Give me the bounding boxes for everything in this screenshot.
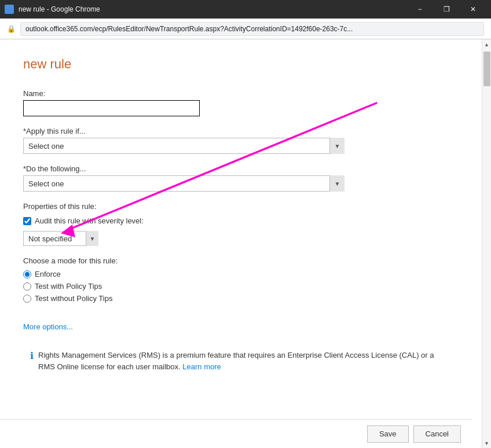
test-with-radio-row: Test with Policy Tips — [23, 282, 459, 291]
browser-content: new rule Name: *Apply this rule if... Se… — [0, 39, 491, 448]
title-bar: new rule - Google Chrome − ❒ ✕ — [0, 0, 491, 19]
name-label: Name: — [23, 89, 459, 98]
severity-select-wrapper: Not specified Low Medium High ▼ — [23, 231, 98, 246]
severity-select[interactable]: Not specified Low Medium High — [23, 231, 98, 246]
mode-group: Choose a mode for this rule: Enforce Tes… — [23, 256, 459, 303]
apply-rule-group: *Apply this rule if... Select one ▼ — [23, 127, 459, 154]
enforce-radio[interactable] — [23, 270, 31, 278]
do-following-select[interactable]: Select one — [23, 175, 345, 192]
do-following-select-wrapper: Select one ▼ — [23, 175, 345, 192]
chrome-icon — [5, 5, 14, 14]
enforce-radio-row: Enforce — [23, 270, 459, 278]
info-text-content: Rights Management Services (RMS) is a pr… — [38, 351, 434, 371]
apply-rule-select-wrapper: Select one ▼ — [23, 138, 345, 154]
page-content: new rule Name: *Apply this rule if... Se… — [0, 39, 482, 448]
scrollbar-down-arrow[interactable]: ▼ — [482, 438, 492, 448]
test-without-label: Test without Policy Tips — [35, 294, 112, 303]
more-options-link[interactable]: More options... — [23, 322, 73, 331]
page-title: new rule — [23, 57, 459, 72]
close-button[interactable]: ✕ — [460, 0, 486, 19]
window-title: new rule - Google Chrome — [19, 5, 406, 13]
info-box: ℹ Rights Management Services (RMS) is a … — [23, 343, 459, 379]
window-controls: − ❒ ✕ — [406, 0, 486, 19]
address-bar: 🔒 outlook.office365.com/ecp/RulesEditor/… — [0, 19, 491, 39]
do-following-group: *Do the following... Select one ▼ — [23, 164, 459, 192]
test-without-radio-row: Test without Policy Tips — [23, 294, 459, 303]
lock-icon: 🔒 — [7, 25, 16, 33]
audit-checkbox[interactable] — [23, 217, 31, 225]
minimize-button[interactable]: − — [406, 0, 433, 19]
cancel-button[interactable]: Cancel — [413, 425, 461, 443]
audit-checkbox-row: Audit this rule with severity level: — [23, 216, 459, 225]
apply-rule-label: *Apply this rule if... — [23, 127, 459, 135]
properties-group: Properties of this rule: Audit this rule… — [23, 202, 459, 246]
footer-bar: Save Cancel — [0, 419, 472, 448]
name-input[interactable] — [23, 100, 200, 116]
name-field-group: Name: — [23, 89, 459, 116]
properties-label: Properties of this rule: — [23, 202, 459, 211]
enforce-label: Enforce — [35, 270, 61, 278]
scrollbar-thumb[interactable] — [483, 52, 490, 86]
do-following-label: *Do the following... — [23, 164, 459, 173]
info-text: Rights Management Services (RMS) is a pr… — [38, 350, 452, 372]
apply-rule-select[interactable]: Select one — [23, 138, 345, 154]
restore-button[interactable]: ❒ — [433, 0, 460, 19]
url-input[interactable]: outlook.office365.com/ecp/RulesEditor/Ne… — [20, 22, 484, 36]
audit-checkbox-label: Audit this rule with severity level: — [35, 216, 144, 225]
info-icon: ℹ — [30, 350, 34, 372]
test-with-radio[interactable] — [23, 282, 31, 291]
mode-label: Choose a mode for this rule: — [23, 256, 459, 265]
test-with-label: Test with Policy Tips — [35, 282, 102, 291]
test-without-radio[interactable] — [23, 295, 31, 303]
scrollbar-up-arrow[interactable]: ▲ — [482, 39, 492, 49]
svg-point-0 — [6, 6, 12, 12]
save-button[interactable]: Save — [367, 425, 409, 443]
scrollbar-track — [482, 49, 491, 438]
learn-more-link[interactable]: Learn more — [182, 362, 221, 371]
scrollbar[interactable]: ▲ ▼ — [482, 39, 491, 448]
